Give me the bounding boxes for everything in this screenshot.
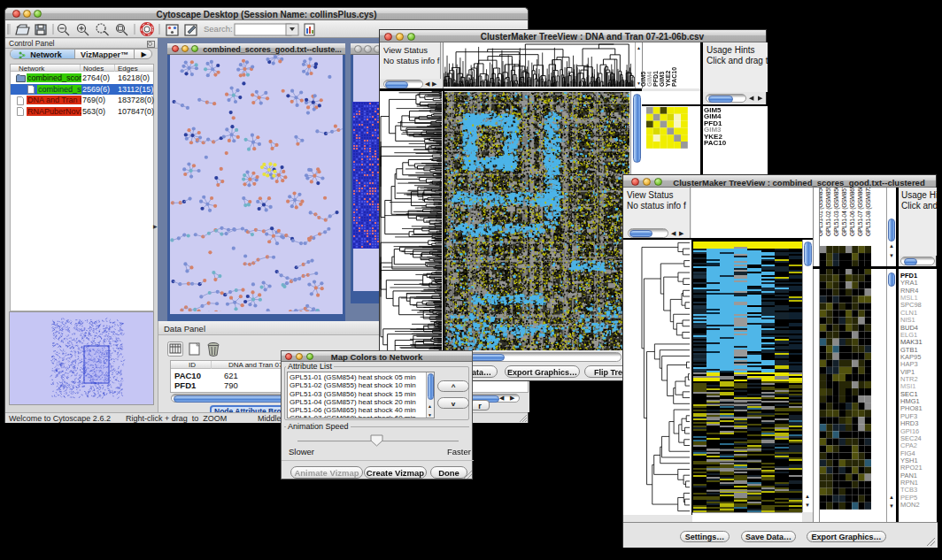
svg-text:Search:: Search:	[204, 24, 233, 34]
